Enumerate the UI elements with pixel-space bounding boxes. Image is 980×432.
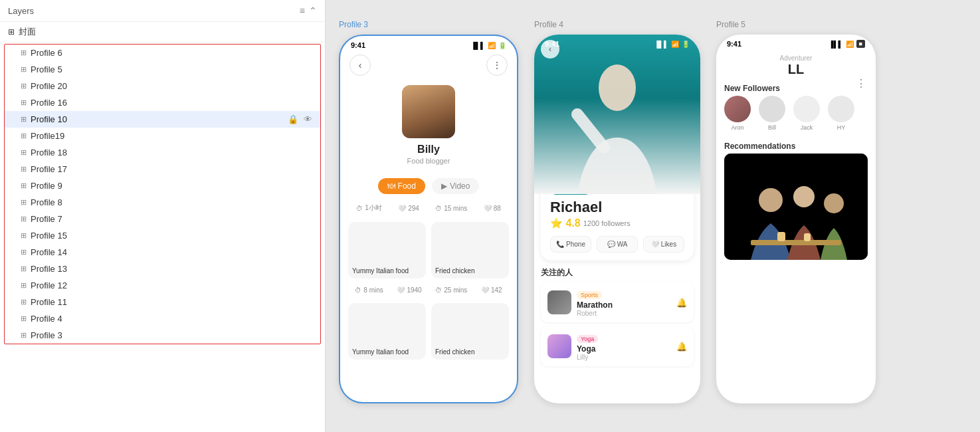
sort-icon[interactable]: ≡ (300, 5, 305, 16)
food-card1[interactable]: Yummy Italian food (348, 222, 426, 278)
battery-icon-p5: ■ (856, 40, 865, 48)
profile3-section: Profile 3 9:41 ▐▌▌ 📶 🔋 ‹ ⋮ Billy Food bl… (339, 20, 518, 412)
root-item-label: 封面 (19, 26, 36, 38)
follower-card-marathon[interactable]: Sports Marathon Robert 🔔 (541, 282, 694, 322)
layer-item-profile10[interactable]: ⊞ Profile 10 🔒 👁 (5, 111, 320, 128)
layers-root-item[interactable]: ⊞ 封面 (0, 22, 325, 43)
avatar (402, 85, 455, 138)
more-button[interactable]: ⋮ (486, 54, 508, 76)
p4-section-title: 关注的人 (541, 267, 694, 278)
layer-name: Profile19 (31, 131, 64, 141)
frame-icon: ⊞ (21, 49, 27, 57)
frame-icon: ⊞ (21, 298, 27, 306)
layers-header-icons[interactable]: ≡ ⌃ (300, 5, 317, 16)
bell-icon-1[interactable]: 🔔 (676, 298, 687, 308)
follower-jack: Jack (793, 96, 820, 131)
food-tab[interactable]: 🍽 Food (378, 178, 425, 194)
wifi-icon-p4: 📶 (671, 41, 679, 48)
profile-subtitle: Food blogger (407, 157, 450, 165)
profile3-label: Profile 3 (339, 20, 518, 29)
layer-name: Profile 18 (31, 148, 67, 158)
follower-name-1: Marathon (577, 300, 671, 310)
wifi-icon-p5: 📶 (846, 41, 854, 48)
layer-item-profile4[interactable]: ⊞ Profile 4 (5, 310, 320, 327)
timer-icon: ⏱ (435, 205, 442, 212)
p3-profile: Billy Food blogger (340, 81, 517, 173)
food-card2[interactable]: Fried chicken (431, 222, 509, 278)
p4-hero: 9:41 ▐▌▌ 📶 🔋 ‹ (534, 35, 700, 194)
layer-item-profile8[interactable]: ⊞ Profile 8 (5, 194, 320, 211)
frame-icon: ⊞ (21, 265, 27, 273)
layer-item-profile16[interactable]: ⊞ Profile 16 (5, 94, 320, 111)
heart4-icon: 🤍 (481, 286, 489, 294)
video-tab[interactable]: ▶ Video (432, 178, 479, 194)
wifi-icon: 📶 (488, 42, 496, 49)
svg-rect-9 (804, 233, 811, 241)
svg-line-1 (577, 114, 604, 148)
food-card3[interactable]: Yummy Italian food (348, 303, 426, 360)
rating-number: ⭐ 4.8 (550, 217, 581, 229)
layer-name: Profile 3 (31, 330, 62, 340)
p3-stats1: ⏱ 1小时 🤍 294 ⏱ 15 mins 🤍 88 (340, 199, 517, 217)
p5-name: LL (726, 62, 866, 77)
profile3-frame: 9:41 ▐▌▌ 📶 🔋 ‹ ⋮ Billy Food blogger (339, 35, 518, 403)
frame-icon: ⊞ (21, 82, 27, 90)
layer-item-profile19[interactable]: ⊞ Profile19 (5, 128, 320, 144)
layer-item-profile11[interactable]: ⊞ Profile 11 (5, 294, 320, 310)
phone-button[interactable]: 📞 Phone (550, 236, 591, 253)
recommendations-title: Recommendations (716, 136, 876, 154)
signal-icon-p4: ▐▌▌ (654, 41, 668, 48)
food-card4[interactable]: Fried chicken (431, 303, 509, 360)
bell-icon-2[interactable]: 🔔 (676, 342, 687, 352)
follower-tag-yoga: Yoga (577, 335, 598, 343)
layer-item-profile7[interactable]: ⊞ Profile 7 (5, 211, 320, 227)
lock-icon[interactable]: 🔒 (288, 114, 298, 124)
layer-name: Profile 14 (31, 247, 67, 257)
layer-name: Profile 11 (31, 297, 67, 307)
svg-point-5 (793, 186, 815, 207)
follower-sub-1: Robert (577, 310, 671, 317)
signal-icon-p5: ▐▌▌ (829, 41, 842, 48)
phone-icon: 📞 (556, 241, 564, 248)
frame-icon: ⊞ (21, 248, 27, 257)
heart-icon: 🤍 (398, 205, 406, 212)
jack-label: Jack (801, 124, 813, 131)
p5-subtitle: Adventurer (726, 54, 866, 62)
likes-icon: 🤍 (651, 241, 659, 248)
layer-name: Profile 20 (31, 81, 67, 91)
follower-sub-2: Lilly (577, 354, 671, 361)
frame-icon: ⊞ (21, 165, 27, 173)
recommendation-image (724, 154, 868, 260)
expand-icon[interactable]: ⌃ (309, 5, 317, 16)
aron-avatar (724, 96, 751, 122)
layer-name: Profile 10 (31, 114, 67, 124)
more-button-p5[interactable]: ⋮ (856, 77, 866, 90)
p4-back-button[interactable]: ‹ (541, 40, 559, 58)
layer-item-profile17[interactable]: ⊞ Profile 17 (5, 161, 320, 177)
bill-label: Bill (768, 124, 776, 131)
frame-icon: ⊞ (21, 231, 27, 240)
layer-item-profile18[interactable]: ⊞ Profile 18 (5, 144, 320, 161)
layer-item-profile14[interactable]: ⊞ Profile 14 (5, 244, 320, 261)
status-time: 9:41 (351, 41, 365, 49)
layer-item-profile20[interactable]: ⊞ Profile 20 (5, 78, 320, 94)
likes-button[interactable]: 🤍 Likes (643, 236, 684, 253)
frame-icon: ⊞ (21, 215, 27, 223)
layer-item-profile6[interactable]: ⊞ Profile 6 (5, 45, 320, 61)
layer-item-profile13[interactable]: ⊞ Profile 13 (5, 261, 320, 277)
content-area: Profile 3 9:41 ▐▌▌ 📶 🔋 ‹ ⋮ Billy Food bl… (326, 0, 980, 432)
layer-item-profile12[interactable]: ⊞ Profile 12 (5, 277, 320, 294)
layer-item-profile9[interactable]: ⊞ Profile 9 (5, 177, 320, 194)
layer-item-profile5[interactable]: ⊞ Profile 5 (5, 61, 320, 78)
new-followers-title: New Followers (716, 78, 876, 96)
back-button[interactable]: ‹ (349, 54, 371, 76)
follower-aron: Aron (724, 96, 751, 131)
layer-item-profile3[interactable]: ⊞ Profile 3 (5, 327, 320, 344)
heart3-icon: 🤍 (397, 286, 405, 294)
eye-icon[interactable]: 👁 (304, 114, 312, 124)
wa-button[interactable]: 💬 WA (597, 236, 638, 253)
layer-item-profile15[interactable]: ⊞ Profile 15 (5, 227, 320, 244)
food-icon: 🍽 (387, 181, 395, 191)
follower-card-yoga[interactable]: Yoga Yoga Lilly 🔔 (541, 326, 694, 366)
card1-label: Yummy Italian food (352, 267, 422, 274)
